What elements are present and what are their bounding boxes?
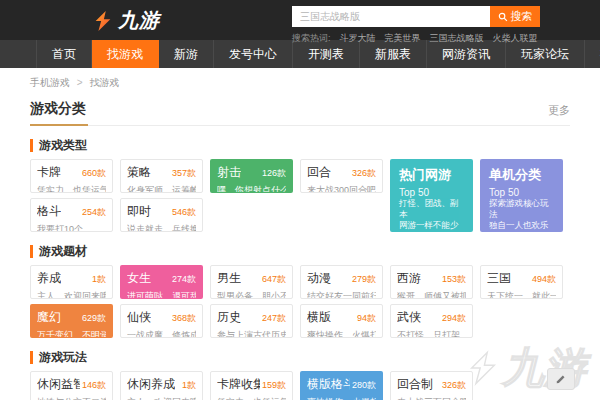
category-card-西游[interactable]: 西游153款猴哥，师傅又被抓了 [390,265,473,299]
page-header: 游戏分类 更多 [30,100,570,126]
category-card-title: 格斗 [37,203,61,220]
logo-text: 九游 [118,7,160,34]
nav-item-find-games[interactable]: 找游戏 [92,40,159,68]
nav-item-new-games[interactable]: 新游 [159,40,214,68]
category-card-卡牌收集[interactable]: 卡牌收集159款凭实力，也凭运气 [210,371,293,400]
category-card-养成[interactable]: 养成1款主人，欢迎回来哦 [30,265,113,299]
category-card-title: 卡牌 [37,164,61,181]
category-card-desc: 参与上演古代历史剧 [217,329,286,338]
category-card-top: 养成1款 [37,270,106,287]
category-card-count: 294款 [442,312,466,325]
section-title-game-theme: 游戏题材 [30,245,570,258]
category-card-回合制[interactable]: 回合制326款来大战三百回合吧 [390,371,473,400]
category-card-休闲益智[interactable]: 休闲益智146款地铁与公交不二选择 [30,371,113,400]
category-card-top: 三国494款 [487,270,556,287]
category-card-仙侠[interactable]: 仙侠368款一战成魔，修炼成仙 [120,304,203,338]
category-card-top: 射击126款 [217,164,286,181]
section-game-type: 游戏类型卡牌660款凭实力，也凭运气策略357款化身军师，运筹帷幄射击126款嘿… [30,139,570,232]
hot-word-1[interactable]: 完美世界 [385,33,421,43]
promo-card-热门网游[interactable]: 热门网游Top 50打怪、团战、副本网游一样不能少 [390,159,473,232]
category-card-title: 仙侠 [127,309,151,326]
category-card-desc: 化身军师，运筹帷幄 [127,184,196,193]
section-game-play: 游戏玩法休闲益智146款地铁与公交不二选择休闲养成1款主人，欢迎回来哦卡牌收集1… [30,351,570,400]
category-card-desc: 天下统一，就此一战 [487,290,556,299]
breadcrumb: 手机游戏 > 找游戏 [30,76,570,90]
category-card-count: 1款 [182,379,196,392]
page-title: 游戏分类 [30,100,86,118]
breadcrumb-separator: > [77,77,83,88]
hot-word-0[interactable]: 斗罗大陆 [340,33,376,43]
category-card-休闲养成[interactable]: 休闲养成1款主人，欢迎回来哦 [120,371,203,400]
category-card-desc: 主人，欢迎回来哦 [127,396,196,400]
promo-card-title: 热门网游 [399,166,464,184]
category-card-魔幻[interactable]: 魔幻629款万千变幻，不明觉厉 [30,304,113,338]
category-card-count: 94款 [357,312,376,325]
hot-word-2[interactable]: 三国志战略版 [430,33,484,43]
category-card-desc: 来大战300回合吧 [307,184,376,193]
category-card-title: 休闲益智 [37,376,80,393]
nav-item-home[interactable]: 首页 [36,40,92,68]
search-input[interactable] [292,6,490,27]
category-card-top: 卡牌收集159款 [217,376,286,393]
category-card-女生[interactable]: 女生274款进可萌哒，退可甜哒 [120,265,203,299]
category-card-top: 仙侠368款 [127,309,196,326]
nav-item-video[interactable]: 视频 [585,40,600,68]
category-card-卡牌[interactable]: 卡牌660款凭实力，也凭运气 [30,159,113,193]
category-card-横版[interactable]: 横版94款爽快操作，火爆打击 [300,304,383,338]
category-card-count: 357款 [172,167,196,180]
category-card-top: 休闲益智146款 [37,376,106,393]
logo[interactable]: 九游 [92,7,160,34]
category-card-top: 回合制326款 [397,376,466,393]
category-card-count: 660款 [82,167,106,180]
category-card-top: 武侠294款 [397,309,466,326]
category-card-回合[interactable]: 回合326款来大战300回合吧 [300,159,383,193]
category-card-desc: 猴哥，师傅又被抓了 [397,290,466,299]
category-card-三国[interactable]: 三国494款天下统一，就此一战 [480,265,563,299]
section-grid-game-type: 卡牌660款凭实力，也凭运气策略357款化身军师，运筹帷幄射击126款嘿，你想射… [30,159,570,232]
category-card-武侠[interactable]: 武侠294款不打怪，只打架 [390,304,473,338]
category-card-top: 动漫279款 [307,270,376,287]
search-button[interactable]: 搜索 [490,6,540,27]
category-card-top: 休闲养成1款 [127,376,196,393]
hot-words: 斗罗大陆完美世界三国志战略版火柴人联盟 [331,33,538,43]
category-card-desc: 主人，欢迎回来哦 [37,290,106,299]
category-card-动漫[interactable]: 动漫279款结交好友一同前行 [300,265,383,299]
category-card-title: 武侠 [397,309,421,326]
category-card-top: 格斗254款 [37,203,106,220]
promo-card-desc-line: 网游一样不能少 [399,220,464,231]
category-card-desc: 来大战三百回合吧 [397,396,466,400]
category-card-横版格斗[interactable]: 横版格斗280款爽快操作，火爆打击 [300,371,383,400]
pencil-icon [555,373,567,385]
category-card-count: 274款 [172,273,196,286]
category-card-desc: 型男必备，胆小不玩 [217,290,286,299]
category-card-desc: 凭实力，也凭运气 [217,396,286,400]
breadcrumb-current: 找游戏 [89,77,119,88]
category-card-格斗[interactable]: 格斗254款我要打10个 [30,198,113,232]
category-card-男生[interactable]: 男生647款型男必备，胆小不玩 [210,265,293,299]
category-card-count: 326款 [442,379,466,392]
category-card-desc: 不打怪，只打架 [397,329,466,338]
promo-card-单机分类[interactable]: 单机分类Top 50探索游戏核心玩法独自一人也欢乐 [480,159,563,232]
category-card-desc: 地铁与公交不二选择 [37,396,106,400]
edit-button[interactable] [547,368,575,390]
search-button-label: 搜索 [511,9,533,24]
category-card-title: 动漫 [307,270,331,287]
nav-item-gift-center[interactable]: 发号中心 [214,40,293,68]
category-card-射击[interactable]: 射击126款嘿，你想射点什么 [210,159,293,193]
section-grid-game-theme: 养成1款主人，欢迎回来哦女生274款进可萌哒，退可甜哒男生647款型男必备，胆小… [30,265,570,338]
category-card-title: 即时 [127,203,151,220]
promo-card-desc: 探索游戏核心玩法独自一人也欢乐 [489,198,554,231]
category-card-历史[interactable]: 历史247款参与上演古代历史剧 [210,304,293,338]
category-card-count: 647款 [262,273,286,286]
category-card-策略[interactable]: 策略357款化身军师，运筹帷幄 [120,159,203,193]
category-card-top: 历史247款 [217,309,286,326]
breadcrumb-root[interactable]: 手机游戏 [30,77,70,88]
category-card-title: 卡牌收集 [217,376,260,393]
category-card-desc: 凭实力，也凭运气 [37,184,106,193]
category-card-desc: 结交好友一同前行 [307,290,376,299]
hot-word-3[interactable]: 火柴人联盟 [493,33,538,43]
promo-card-subtitle: Top 50 [489,187,554,198]
more-link[interactable]: 更多 [548,103,570,118]
category-card-即时[interactable]: 即时546款说走就走，兵线换线 [120,198,203,232]
category-sections: 游戏类型卡牌660款凭实力，也凭运气策略357款化身军师，运筹帷幄射击126款嘿… [30,139,570,400]
